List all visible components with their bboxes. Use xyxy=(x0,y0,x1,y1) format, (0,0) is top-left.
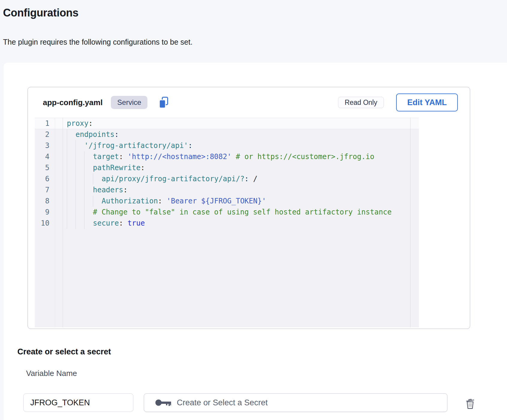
delete-secret-button[interactable] xyxy=(463,396,477,411)
line-number: 2 xyxy=(35,129,55,140)
indent-guide xyxy=(67,185,76,196)
page-subtitle: The plugin requires the following config… xyxy=(3,38,192,46)
code-text: pathRewrite: xyxy=(63,162,145,173)
indent-guide xyxy=(84,218,93,229)
line-number: 7 xyxy=(35,185,55,196)
breakpoint-gutter xyxy=(55,185,63,196)
variable-name-input[interactable] xyxy=(23,393,133,412)
page-title: Configurations xyxy=(3,7,79,19)
breakpoint-gutter xyxy=(55,196,63,207)
gutter-border xyxy=(63,118,63,327)
indent-guide xyxy=(84,173,93,185)
code-text: secure: true xyxy=(63,218,145,229)
line-number: 5 xyxy=(35,162,55,173)
code-lines: 1proxy:2endpoints:3'/jfrog-artifactory/a… xyxy=(35,118,419,229)
scrollbar-track[interactable] xyxy=(410,118,411,327)
code-line: 4target: 'http://<hostname>:8082' # or h… xyxy=(35,151,419,162)
read-only-badge: Read Only xyxy=(338,97,384,108)
code-line: 2endpoints: xyxy=(35,129,419,140)
line-number: 1 xyxy=(35,118,55,129)
code-line: 6api/proxy/jfrog-artifactory/api/?: / xyxy=(35,173,419,185)
line-number: 10 xyxy=(35,218,55,229)
breakpoint-gutter xyxy=(55,218,63,229)
code-line: 9# Change to "false" in case of using se… xyxy=(35,207,419,218)
secret-select-placeholder: Create or Select a Secret xyxy=(177,398,268,407)
line-number: 8 xyxy=(35,196,55,207)
indent-guide xyxy=(67,129,76,140)
code-text: '/jfrog-artifactory/api': xyxy=(63,140,192,151)
indent-guide xyxy=(67,151,76,162)
indent-guide xyxy=(84,162,93,173)
key-icon xyxy=(155,398,172,407)
code-text: Authorization: 'Bearer ${JFROG_TOKEN}' xyxy=(63,196,266,207)
service-badge: Service xyxy=(111,96,147,109)
code-text: # Change to "false" in case of using sel… xyxy=(63,207,392,218)
copy-icon xyxy=(159,96,169,109)
indent-guide xyxy=(67,218,76,229)
indent-guide xyxy=(76,151,84,162)
variable-name-label: Variable Name xyxy=(26,369,77,378)
yaml-card-header: app-config.yaml Service Read Only Edit Y… xyxy=(28,87,470,118)
indent-guide xyxy=(84,207,93,218)
code-text: target: 'http://<hostname>:8082' # or ht… xyxy=(63,151,374,162)
breakpoint-gutter xyxy=(55,140,63,151)
indent-guide xyxy=(76,196,84,207)
gutter-divider xyxy=(55,118,55,327)
edit-yaml-button[interactable]: Edit YAML xyxy=(396,93,458,111)
indent-guide xyxy=(84,196,93,207)
indent-guide xyxy=(93,196,102,207)
code-line: 7headers: xyxy=(35,185,419,196)
file-name: app-config.yaml xyxy=(43,98,102,107)
breakpoint-gutter xyxy=(55,151,63,162)
indent-guide xyxy=(67,196,76,207)
indent-guide xyxy=(76,162,84,173)
breakpoint-gutter xyxy=(55,207,63,218)
line-number: 9 xyxy=(35,207,55,218)
trash-icon xyxy=(465,397,476,410)
code-line: 1proxy: xyxy=(35,118,419,129)
indent-guide xyxy=(93,173,102,185)
breakpoint-gutter xyxy=(55,118,63,129)
indent-guide xyxy=(67,140,76,151)
indent-guide xyxy=(84,151,93,162)
indent-guide xyxy=(67,207,76,218)
breakpoint-gutter xyxy=(55,173,63,185)
content-panel: app-config.yaml Service Read Only Edit Y… xyxy=(4,63,507,420)
indent-guide xyxy=(76,207,84,218)
code-text: endpoints: xyxy=(63,129,119,140)
indent-guide xyxy=(76,218,84,229)
breakpoint-gutter xyxy=(55,162,63,173)
code-text: proxy: xyxy=(63,118,93,129)
line-number: 6 xyxy=(35,173,55,185)
code-line: 10secure: true xyxy=(35,218,419,229)
code-text: headers: xyxy=(63,185,128,196)
line-number: 3 xyxy=(35,140,55,151)
indent-guide xyxy=(76,185,84,196)
indent-guide xyxy=(76,173,84,185)
indent-guide xyxy=(76,140,84,151)
indent-guide xyxy=(84,185,93,196)
secret-section-heading: Create or select a secret xyxy=(17,347,111,356)
yaml-config-card: app-config.yaml Service Read Only Edit Y… xyxy=(28,87,470,329)
copy-button[interactable] xyxy=(158,96,170,109)
code-line: 8Authorization: 'Bearer ${JFROG_TOKEN}' xyxy=(35,196,419,207)
code-editor[interactable]: 1proxy:2endpoints:3'/jfrog-artifactory/a… xyxy=(35,118,419,327)
code-line: 3'/jfrog-artifactory/api': xyxy=(35,140,419,151)
code-line: 5pathRewrite: xyxy=(35,162,419,173)
line-number: 4 xyxy=(35,151,55,162)
code-text: api/proxy/jfrog-artifactory/api/?: / xyxy=(63,173,257,185)
breakpoint-gutter xyxy=(55,129,63,140)
indent-guide xyxy=(67,162,76,173)
indent-guide xyxy=(67,173,76,185)
secret-select[interactable]: Create or Select a Secret xyxy=(144,393,447,412)
